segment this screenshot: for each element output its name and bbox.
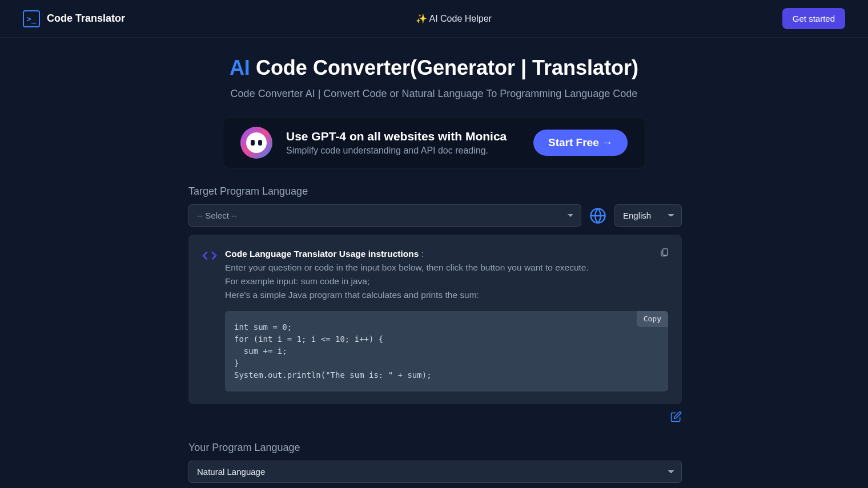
globe-icon: [589, 207, 606, 224]
page-subtitle: Code Converter AI | Convert Code or Natu…: [188, 88, 680, 100]
svg-rect-1: [663, 249, 668, 255]
promo-heading: Use GPT-4 on all websites with Monica: [286, 130, 520, 143]
copy-button[interactable]: Copy: [637, 311, 668, 327]
start-free-button[interactable]: Start Free →: [533, 130, 628, 156]
target-language-select[interactable]: -- Select --: [188, 204, 581, 227]
edit-icon[interactable]: [188, 411, 682, 425]
instructions-line: Enter your question or code in the input…: [225, 261, 668, 275]
title-ai: AI: [230, 56, 250, 79]
code-text: int sum = 0; for (int i = 1; i <= 10; i+…: [234, 322, 432, 380]
target-label: Target Program Language: [188, 185, 682, 197]
header-center-link[interactable]: ✨ AI Code Helper: [416, 13, 492, 24]
code-example: Copyint sum = 0; for (int i = 1; i <= 10…: [225, 311, 668, 392]
instructions-line: For example input: sum code in java;: [225, 275, 668, 288]
clipboard-icon[interactable]: [660, 247, 669, 259]
your-language-label: Your Program Language: [188, 442, 682, 454]
instructions-title: Code Language Translator Usage instructi…: [225, 249, 419, 259]
page-title: AI Code Converter(Generator | Translator…: [188, 56, 680, 80]
instructions-panel: Code Language Translator Usage instructi…: [188, 235, 682, 404]
title-rest: Code Converter(Generator | Translator): [250, 56, 638, 79]
brand[interactable]: >_ Code Translator: [23, 10, 125, 27]
code-icon: [202, 248, 217, 265]
target-section: Target Program Language -- Select -- Eng…: [188, 185, 682, 425]
ui-language-select[interactable]: English: [614, 204, 682, 227]
get-started-button[interactable]: Get started: [782, 8, 845, 29]
input-section: Your Program Language Natural Language C…: [188, 442, 682, 488]
main-content: AI Code Converter(Generator | Translator…: [177, 38, 691, 488]
promo-sub: Simplify code understanding and API doc …: [286, 146, 520, 156]
brand-name: Code Translator: [47, 13, 125, 25]
header: >_ Code Translator ✨ AI Code Helper Get …: [0, 0, 868, 38]
terminal-icon: >_: [23, 10, 40, 27]
instructions-line: Here's a simple Java program that calcul…: [225, 288, 668, 302]
your-language-select[interactable]: Natural Language: [188, 461, 682, 483]
monica-avatar-icon: [240, 127, 272, 159]
promo-banner: Use GPT-4 on all websites with Monica Si…: [223, 117, 645, 168]
